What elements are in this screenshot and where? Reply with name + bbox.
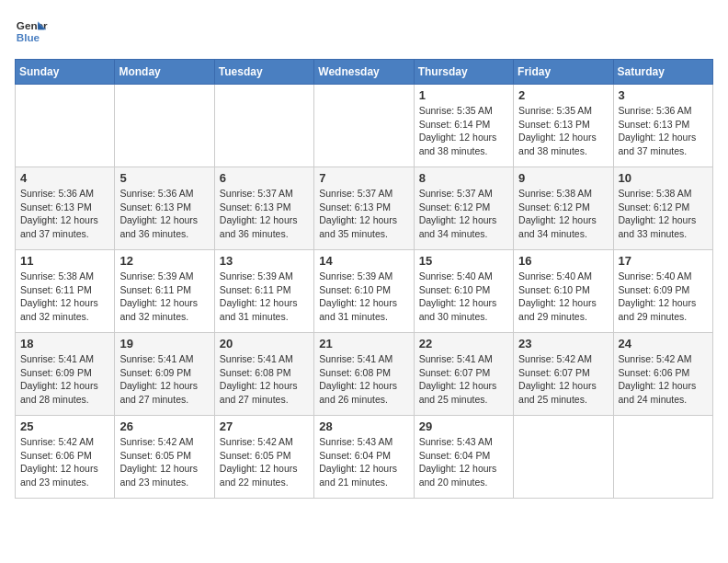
calendar-cell: 7Sunrise: 5:37 AMSunset: 6:13 PMDaylight… — [314, 167, 414, 250]
day-number: 6 — [220, 171, 309, 185]
day-info: Sunrise: 5:36 AMSunset: 6:13 PMDaylight:… — [619, 104, 708, 158]
calendar-cell: 18Sunrise: 5:41 AMSunset: 6:09 PMDayligh… — [16, 333, 115, 416]
calendar-cell — [214, 85, 313, 167]
calendar-cell: 12Sunrise: 5:39 AMSunset: 6:11 PMDayligh… — [115, 250, 214, 333]
day-info: Sunrise: 5:41 AMSunset: 6:09 PMDaylight:… — [119, 352, 209, 407]
calendar-cell: 8Sunrise: 5:37 AMSunset: 6:12 PMDaylight… — [414, 167, 513, 250]
calendar-cell: 22Sunrise: 5:41 AMSunset: 6:07 PMDayligh… — [414, 333, 513, 416]
calendar-cell: 9Sunrise: 5:38 AMSunset: 6:12 PMDaylight… — [514, 167, 613, 250]
day-number: 24 — [619, 337, 708, 350]
day-info: Sunrise: 5:42 AMSunset: 6:05 PMDaylight:… — [220, 435, 309, 489]
day-info: Sunrise: 5:38 AMSunset: 6:11 PMDaylight:… — [20, 270, 109, 324]
day-number: 19 — [119, 337, 209, 350]
day-info: Sunrise: 5:40 AMSunset: 6:10 PMDaylight:… — [518, 270, 608, 324]
calendar-cell: 29Sunrise: 5:43 AMSunset: 6:04 PMDayligh… — [414, 416, 513, 499]
calendar-cell — [115, 85, 214, 167]
day-number: 23 — [518, 337, 608, 350]
day-info: Sunrise: 5:37 AMSunset: 6:13 PMDaylight:… — [319, 187, 408, 241]
day-info: Sunrise: 5:41 AMSunset: 6:08 PMDaylight:… — [220, 352, 309, 407]
calendar-cell: 4Sunrise: 5:36 AMSunset: 6:13 PMDaylight… — [16, 167, 115, 250]
day-number: 17 — [619, 254, 708, 268]
day-number: 9 — [518, 171, 608, 185]
column-header-sunday: Sunday — [16, 60, 115, 85]
calendar-week-1: 1Sunrise: 5:35 AMSunset: 6:14 PMDaylight… — [16, 85, 713, 167]
calendar-cell: 13Sunrise: 5:39 AMSunset: 6:11 PMDayligh… — [214, 250, 313, 333]
day-info: Sunrise: 5:41 AMSunset: 6:09 PMDaylight:… — [20, 352, 109, 407]
day-number: 15 — [419, 254, 508, 268]
calendar-week-2: 4Sunrise: 5:36 AMSunset: 6:13 PMDaylight… — [16, 167, 713, 250]
calendar-cell: 17Sunrise: 5:40 AMSunset: 6:09 PMDayligh… — [613, 250, 712, 333]
calendar-week-5: 25Sunrise: 5:42 AMSunset: 6:06 PMDayligh… — [16, 416, 713, 499]
day-info: Sunrise: 5:40 AMSunset: 6:10 PMDaylight:… — [419, 270, 508, 324]
calendar-cell: 6Sunrise: 5:37 AMSunset: 6:13 PMDaylight… — [214, 167, 313, 250]
header: General Blue — [15, 15, 713, 48]
day-info: Sunrise: 5:42 AMSunset: 6:06 PMDaylight:… — [20, 435, 109, 489]
day-number: 13 — [220, 254, 309, 268]
column-header-friday: Friday — [514, 60, 613, 85]
day-info: Sunrise: 5:37 AMSunset: 6:13 PMDaylight:… — [220, 187, 309, 241]
svg-text:General: General — [17, 19, 48, 31]
calendar-cell: 26Sunrise: 5:42 AMSunset: 6:05 PMDayligh… — [115, 416, 214, 499]
calendar-cell: 11Sunrise: 5:38 AMSunset: 6:11 PMDayligh… — [16, 250, 115, 333]
day-info: Sunrise: 5:36 AMSunset: 6:13 PMDaylight:… — [20, 187, 109, 241]
day-info: Sunrise: 5:37 AMSunset: 6:12 PMDaylight:… — [419, 187, 508, 241]
day-info: Sunrise: 5:35 AMSunset: 6:14 PMDaylight:… — [419, 104, 508, 158]
calendar-cell — [314, 85, 414, 167]
calendar-cell: 5Sunrise: 5:36 AMSunset: 6:13 PMDaylight… — [115, 167, 214, 250]
calendar-cell: 27Sunrise: 5:42 AMSunset: 6:05 PMDayligh… — [214, 416, 313, 499]
calendar-cell: 21Sunrise: 5:41 AMSunset: 6:08 PMDayligh… — [314, 333, 414, 416]
day-number: 8 — [419, 171, 508, 185]
day-info: Sunrise: 5:39 AMSunset: 6:11 PMDaylight:… — [119, 270, 209, 324]
day-number: 12 — [119, 254, 209, 268]
calendar-cell: 28Sunrise: 5:43 AMSunset: 6:04 PMDayligh… — [314, 416, 414, 499]
calendar-header-row: SundayMondayTuesdayWednesdayThursdayFrid… — [16, 60, 713, 85]
day-info: Sunrise: 5:38 AMSunset: 6:12 PMDaylight:… — [619, 187, 708, 241]
day-number: 7 — [319, 171, 408, 185]
day-number: 27 — [220, 419, 309, 433]
calendar-week-3: 11Sunrise: 5:38 AMSunset: 6:11 PMDayligh… — [16, 250, 713, 333]
calendar-cell: 1Sunrise: 5:35 AMSunset: 6:14 PMDaylight… — [414, 85, 513, 167]
column-header-monday: Monday — [115, 60, 214, 85]
calendar-cell — [613, 416, 712, 499]
calendar-cell: 23Sunrise: 5:42 AMSunset: 6:07 PMDayligh… — [514, 333, 613, 416]
calendar-cell: 24Sunrise: 5:42 AMSunset: 6:06 PMDayligh… — [613, 333, 712, 416]
logo-icon: General Blue — [15, 15, 48, 48]
day-number: 25 — [20, 419, 109, 433]
day-info: Sunrise: 5:40 AMSunset: 6:09 PMDaylight:… — [619, 270, 708, 324]
day-number: 22 — [419, 337, 508, 350]
calendar-cell: 3Sunrise: 5:36 AMSunset: 6:13 PMDaylight… — [613, 85, 712, 167]
day-info: Sunrise: 5:41 AMSunset: 6:08 PMDaylight:… — [319, 352, 408, 407]
day-number: 28 — [319, 419, 408, 433]
day-info: Sunrise: 5:41 AMSunset: 6:07 PMDaylight:… — [419, 352, 508, 407]
day-info: Sunrise: 5:38 AMSunset: 6:12 PMDaylight:… — [518, 187, 608, 241]
day-number: 1 — [419, 88, 508, 102]
calendar-cell: 20Sunrise: 5:41 AMSunset: 6:08 PMDayligh… — [214, 333, 313, 416]
column-header-thursday: Thursday — [414, 60, 513, 85]
column-header-saturday: Saturday — [613, 60, 712, 85]
calendar-cell: 25Sunrise: 5:42 AMSunset: 6:06 PMDayligh… — [16, 416, 115, 499]
day-info: Sunrise: 5:43 AMSunset: 6:04 PMDaylight:… — [419, 435, 508, 489]
day-number: 4 — [20, 171, 109, 185]
day-number: 2 — [518, 88, 608, 102]
calendar-cell: 2Sunrise: 5:35 AMSunset: 6:13 PMDaylight… — [514, 85, 613, 167]
day-number: 26 — [119, 419, 209, 433]
day-number: 20 — [220, 337, 309, 350]
day-info: Sunrise: 5:39 AMSunset: 6:10 PMDaylight:… — [319, 270, 408, 324]
calendar: SundayMondayTuesdayWednesdayThursdayFrid… — [15, 59, 713, 499]
day-number: 14 — [319, 254, 408, 268]
column-header-wednesday: Wednesday — [314, 60, 414, 85]
day-info: Sunrise: 5:35 AMSunset: 6:13 PMDaylight:… — [518, 104, 608, 158]
day-number: 3 — [619, 88, 708, 102]
svg-text:Blue: Blue — [17, 31, 40, 43]
day-info: Sunrise: 5:42 AMSunset: 6:06 PMDaylight:… — [619, 352, 708, 407]
calendar-cell: 15Sunrise: 5:40 AMSunset: 6:10 PMDayligh… — [414, 250, 513, 333]
calendar-cell: 10Sunrise: 5:38 AMSunset: 6:12 PMDayligh… — [613, 167, 712, 250]
day-number: 10 — [619, 171, 708, 185]
calendar-cell: 16Sunrise: 5:40 AMSunset: 6:10 PMDayligh… — [514, 250, 613, 333]
day-info: Sunrise: 5:36 AMSunset: 6:13 PMDaylight:… — [119, 187, 209, 241]
day-number: 16 — [518, 254, 608, 268]
day-info: Sunrise: 5:39 AMSunset: 6:11 PMDaylight:… — [220, 270, 309, 324]
calendar-cell: 19Sunrise: 5:41 AMSunset: 6:09 PMDayligh… — [115, 333, 214, 416]
day-info: Sunrise: 5:43 AMSunset: 6:04 PMDaylight:… — [319, 435, 408, 489]
column-header-tuesday: Tuesday — [214, 60, 313, 85]
